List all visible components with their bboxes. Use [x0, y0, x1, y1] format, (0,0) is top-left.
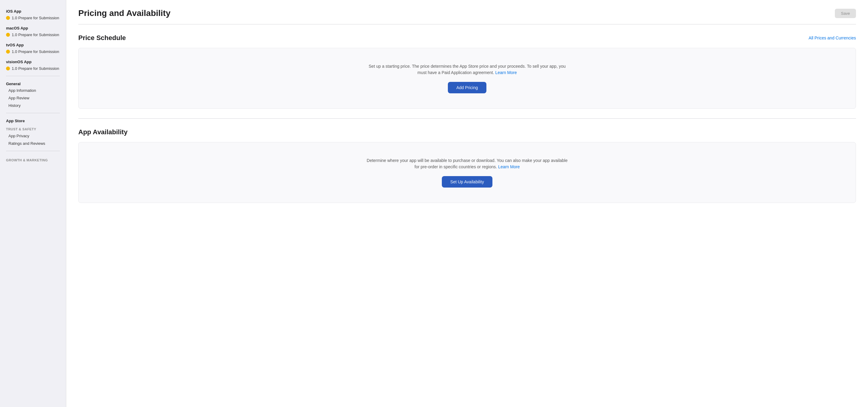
sidebar-item-ios-submission-label: 1.0 Prepare for Submission — [12, 15, 59, 20]
sidebar-item-app-review[interactable]: App Review — [0, 94, 66, 102]
sidebar-item-ratings-reviews[interactable]: Ratings and Reviews — [0, 140, 66, 147]
app-availability-header: App Availability — [78, 128, 856, 136]
sidebar-section-visionos: visionOS App 1.0 Prepare for Submission — [0, 58, 66, 72]
status-dot-macos — [6, 33, 10, 37]
sidebar-ios-label: iOS App — [0, 7, 66, 14]
sidebar-item-app-privacy[interactable]: App Privacy — [0, 132, 66, 140]
main-content: Pricing and Availability Save Price Sche… — [66, 0, 868, 407]
sidebar-divider-1 — [6, 76, 60, 76]
sidebar-item-visionos-submission-label: 1.0 Prepare for Submission — [12, 66, 59, 71]
save-button[interactable]: Save — [835, 9, 856, 18]
page-title: Pricing and Availability — [78, 8, 170, 18]
setup-availability-button[interactable]: Set Up Availability — [442, 176, 492, 188]
all-prices-link[interactable]: All Prices and Currencies — [809, 35, 856, 40]
sidebar-item-ios-submission[interactable]: 1.0 Prepare for Submission — [0, 14, 66, 22]
sidebar-item-macos-submission-label: 1.0 Prepare for Submission — [12, 32, 59, 37]
sidebar: iOS App 1.0 Prepare for Submission macOS… — [0, 0, 66, 407]
app-availability-description: Determine where your app will be availab… — [365, 157, 569, 170]
sidebar-section-tvos: tvOS App 1.0 Prepare for Submission — [0, 41, 66, 55]
price-schedule-box: Set up a starting price. The price deter… — [78, 48, 856, 109]
sidebar-item-tvos-submission[interactable]: 1.0 Prepare for Submission — [0, 48, 66, 55]
sidebar-tvos-label: tvOS App — [0, 41, 66, 48]
app-availability-section: App Availability Determine where your ap… — [66, 119, 868, 213]
sidebar-visionos-label: visionOS App — [0, 58, 66, 65]
status-dot-visionos — [6, 66, 10, 70]
sidebar-item-history[interactable]: History — [0, 102, 66, 109]
sidebar-item-tvos-submission-label: 1.0 Prepare for Submission — [12, 50, 59, 54]
sidebar-growth-header: GROWTH & MARKETING — [0, 155, 66, 163]
sidebar-item-app-information[interactable]: App Information — [0, 87, 66, 94]
sidebar-section-ios: iOS App 1.0 Prepare for Submission — [0, 7, 66, 22]
price-schedule-description: Set up a starting price. The price deter… — [365, 63, 569, 76]
sidebar-divider-3 — [6, 151, 60, 151]
sidebar-macos-label: macOS App — [0, 24, 66, 31]
sidebar-section-general: General App Information App Review Histo… — [0, 80, 66, 109]
add-pricing-button[interactable]: Add Pricing — [448, 82, 487, 93]
sidebar-general-label: General — [0, 80, 66, 87]
app-availability-box: Determine where your app will be availab… — [78, 142, 856, 203]
sidebar-section-macos: macOS App 1.0 Prepare for Submission — [0, 24, 66, 38]
status-dot-ios — [6, 16, 10, 20]
price-schedule-header: Price Schedule All Prices and Currencies — [78, 34, 856, 42]
app-availability-learn-more[interactable]: Learn More — [498, 164, 520, 169]
app-availability-title: App Availability — [78, 128, 127, 136]
sidebar-section-growth: GROWTH & MARKETING — [0, 155, 66, 163]
sidebar-item-visionos-submission[interactable]: 1.0 Prepare for Submission — [0, 65, 66, 72]
price-schedule-learn-more[interactable]: Learn More — [495, 70, 517, 75]
sidebar-item-macos-submission[interactable]: 1.0 Prepare for Submission — [0, 31, 66, 38]
price-schedule-title: Price Schedule — [78, 34, 126, 42]
sidebar-divider-2 — [6, 113, 60, 113]
price-schedule-section: Price Schedule All Prices and Currencies… — [66, 24, 868, 118]
page-header: Pricing and Availability Save — [66, 0, 868, 24]
sidebar-trust-safety-header: TRUST & SAFETY — [0, 124, 66, 132]
sidebar-appstore-label: App Store — [0, 117, 66, 124]
status-dot-tvos — [6, 50, 10, 54]
sidebar-section-appstore: App Store TRUST & SAFETY App Privacy Rat… — [0, 117, 66, 147]
